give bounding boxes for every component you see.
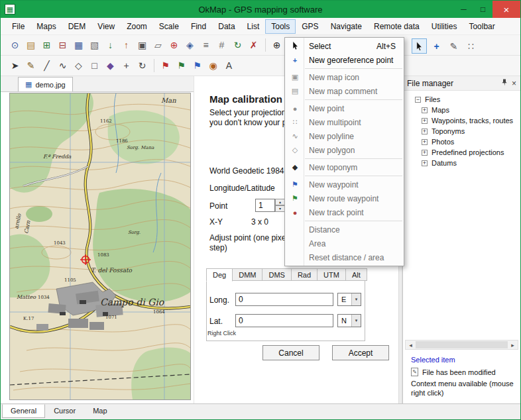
menu-item-new-georeference-point[interactable]: + New georeference point xyxy=(285,53,404,67)
more-points-icon[interactable]: ∷ xyxy=(463,38,479,54)
pin-tool-icon[interactable]: ◉ xyxy=(205,58,221,74)
georeference-tool-icon[interactable]: + xyxy=(429,38,444,54)
find-map-icon[interactable]: ⊙ xyxy=(7,38,23,53)
pin-icon[interactable] xyxy=(501,79,508,88)
open-map-icon[interactable]: ▤ xyxy=(23,38,38,53)
menu-scale[interactable]: Scale xyxy=(153,19,185,34)
tree-item-toponyms[interactable]: + Toponyms xyxy=(403,126,520,136)
tab-cursor[interactable]: Cursor xyxy=(45,404,84,418)
tree-item-maps[interactable]: + Maps xyxy=(403,105,520,115)
zoom-in-icon[interactable]: ⊕ xyxy=(269,38,284,53)
menu-view[interactable]: View xyxy=(91,19,121,34)
rotate-tool-icon[interactable]: ↻ xyxy=(135,58,150,74)
tree-item-files[interactable]: − Files xyxy=(403,94,520,105)
longitude-input[interactable]: 0 xyxy=(235,293,333,306)
line-tool-icon[interactable]: ╱ xyxy=(39,58,54,74)
datum-value[interactable]: World Geodetic 1984 xyxy=(209,166,284,176)
pointer-tool-icon[interactable]: ➤ xyxy=(7,58,23,74)
menu-navigate[interactable]: Navigate xyxy=(325,19,368,34)
menu-maps[interactable]: Maps xyxy=(30,19,62,34)
latitude-input[interactable]: 0 xyxy=(235,314,333,327)
save-map-icon[interactable]: ▦ xyxy=(71,38,86,53)
move-tool-icon[interactable]: + xyxy=(119,58,134,74)
expand-icon[interactable]: + xyxy=(422,129,428,134)
expand-icon[interactable]: + xyxy=(422,118,428,124)
menu-item-reset-distance-area[interactable]: Reset distance / area xyxy=(285,250,404,264)
import-data-icon[interactable]: ↓ xyxy=(103,38,118,53)
layers-icon[interactable]: ≡ xyxy=(198,38,213,53)
menu-utilities[interactable]: Utilities xyxy=(426,19,463,34)
close-button[interactable]: × xyxy=(492,1,520,18)
track-flag-icon[interactable]: ⚑ xyxy=(190,58,205,74)
collapse-icon[interactable]: − xyxy=(415,97,421,103)
point-input[interactable]: 1 xyxy=(255,199,275,212)
menu-file[interactable]: File xyxy=(6,19,30,34)
menu-item-new-point[interactable]: ● New point xyxy=(285,101,404,115)
latitude-direction-select[interactable]: N ▾ xyxy=(337,314,361,327)
edit-points-icon[interactable]: ✎ xyxy=(446,38,461,54)
menu-item-new-track-point[interactable]: ● New track point xyxy=(285,205,404,219)
menu-tools[interactable]: Tools xyxy=(265,19,296,34)
menu-gps[interactable]: GPS xyxy=(296,19,324,34)
topo-map-canvas[interactable]: Man 1162 1186 Sorg. Mana F.ª Fredda arel… xyxy=(10,93,190,399)
expand-icon[interactable]: + xyxy=(422,150,428,156)
scrollbar-thumb[interactable] xyxy=(416,341,508,348)
cancel-button[interactable]: Cancel xyxy=(262,345,319,360)
tab-map[interactable]: Map xyxy=(84,404,115,418)
tab-alt[interactable]: Alt xyxy=(346,268,367,281)
menu-item-distance[interactable]: Distance xyxy=(285,223,404,236)
pencil-tool-icon[interactable]: ✎ xyxy=(23,58,38,74)
print-icon[interactable]: ▣ xyxy=(135,38,150,53)
expand-icon[interactable]: + xyxy=(422,139,428,145)
remove-map-icon[interactable]: ⊟ xyxy=(55,38,70,53)
rect-tool-icon[interactable]: □ xyxy=(87,58,102,74)
menu-item-new-map-comment[interactable]: ▤ New map comment xyxy=(285,84,404,98)
delete-icon[interactable]: ✗ xyxy=(246,38,261,53)
menu-item-new-multipoint[interactable]: ∷ New multipoint xyxy=(285,115,404,129)
diamond-tool-icon[interactable]: ◆ xyxy=(103,58,118,74)
expand-icon[interactable]: + xyxy=(422,160,428,166)
tab-general[interactable]: General xyxy=(2,404,45,418)
chevron-down-icon[interactable]: ▾ xyxy=(351,315,361,327)
grid-icon[interactable]: # xyxy=(214,38,229,53)
waypoint-flag-icon[interactable]: ⚑ xyxy=(158,58,173,74)
chevron-down-icon[interactable]: ▾ xyxy=(351,293,361,305)
document-tab-demo[interactable]: ▦ demo.jpg xyxy=(18,77,73,91)
polygon-tool-icon[interactable]: ◇ xyxy=(71,58,86,74)
datum-icon[interactable]: ◈ xyxy=(182,38,198,53)
menu-toolbar[interactable]: Toolbar xyxy=(463,19,500,34)
map-properties-icon[interactable]: ▧ xyxy=(87,38,102,53)
menu-data[interactable]: Data xyxy=(212,19,241,34)
calibration-icon[interactable]: ⊕ xyxy=(166,38,182,53)
menu-item-area[interactable]: Area xyxy=(285,236,404,250)
menu-find[interactable]: Find xyxy=(185,19,212,34)
polyline-tool-icon[interactable]: ∿ xyxy=(55,58,70,74)
scroll-right-icon[interactable]: ▸ xyxy=(508,341,518,349)
scroll-left-icon[interactable]: ◂ xyxy=(406,341,416,349)
menu-item-new-route-waypoint[interactable]: ⚑ New route waypoint xyxy=(285,191,404,205)
select-tool-icon[interactable] xyxy=(412,38,427,54)
text-label-icon[interactable]: A xyxy=(221,58,237,74)
export-data-icon[interactable]: ↑ xyxy=(119,38,134,53)
tab-rad[interactable]: Rad xyxy=(292,268,318,281)
maximize-button[interactable]: □ xyxy=(473,1,492,18)
projection-value[interactable]: Longitude/Latitude xyxy=(209,184,275,193)
close-panel-icon[interactable]: × xyxy=(512,79,516,88)
menu-item-new-polygon[interactable]: ◇ New polygon xyxy=(285,143,404,157)
point-stepper[interactable]: ▴ ▾ xyxy=(275,199,285,212)
expand-icon[interactable]: + xyxy=(422,107,428,113)
menu-remote-data[interactable]: Remote data xyxy=(368,19,426,34)
menu-item-new-map-icon[interactable]: ▣ New map icon xyxy=(285,70,404,84)
refresh-icon[interactable]: ↻ xyxy=(230,38,245,53)
tree-item-photos[interactable]: + Photos xyxy=(403,136,520,147)
tree-item-waypoints[interactable]: + Waypoints, tracks, routes xyxy=(403,115,520,126)
add-map-icon[interactable]: ⊞ xyxy=(39,38,54,53)
menu-item-new-waypoint[interactable]: ⚑ New waypoint xyxy=(285,178,404,191)
menu-list[interactable]: List xyxy=(241,19,266,34)
tab-dmm[interactable]: DMM xyxy=(233,268,262,281)
stepper-up-icon[interactable]: ▴ xyxy=(275,199,285,205)
stepper-down-icon[interactable]: ▾ xyxy=(275,205,285,212)
longitude-direction-select[interactable]: E ▾ xyxy=(337,293,361,306)
menu-zoom[interactable]: Zoom xyxy=(121,19,153,34)
route-flag-icon[interactable]: ⚑ xyxy=(174,58,189,74)
